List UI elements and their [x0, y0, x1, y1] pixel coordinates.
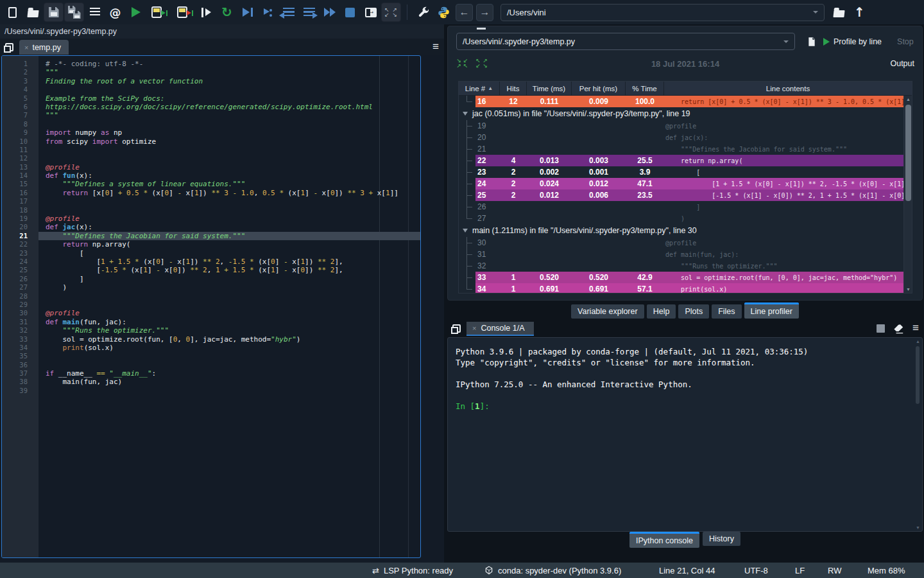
scroll-up-icon[interactable]: ▲ [906, 97, 911, 101]
code-editor[interactable]: 1# -*- coding: utf-8 -*-2"""3Finding the… [1, 55, 421, 558]
code-line[interactable]: 1# -*- coding: utf-8 -*- [2, 60, 420, 68]
profiler-row[interactable]: 2240.0130.00325.5 return np.array( [459, 155, 912, 166]
profiler-row[interactable]: 3310.5200.52042.9 sol = optimize.root(fu… [459, 272, 912, 283]
profiler-row[interactable]: 30@profile [459, 237, 912, 249]
profiler-row[interactable]: 19@profile [459, 120, 912, 132]
python-environment-button[interactable] [434, 3, 454, 22]
code-line[interactable]: 16 return [x[0] + 0.5 * (x[0] - x[1]) **… [2, 189, 420, 197]
code-line[interactable]: 8 [2, 120, 420, 128]
code-line[interactable]: 10from scipy import optimize [2, 137, 420, 146]
rerun-last-script-button[interactable] [217, 3, 237, 22]
close-tab-icon[interactable]: × [472, 324, 476, 332]
tab-files[interactable]: Files [712, 304, 741, 319]
profiler-row[interactable]: 16120.1110.009100.0 return [x[0] + 0.5 *… [459, 96, 912, 107]
code-line[interactable]: 14def fun(x): [2, 171, 420, 180]
continue-execution-button[interactable] [320, 3, 339, 22]
code-line[interactable]: 29 [2, 301, 420, 309]
open-directory-button[interactable] [829, 3, 849, 22]
column-header[interactable]: Time (ms) [527, 82, 572, 95]
profiler-row[interactable]: 20def jac(x): [459, 132, 912, 143]
code-line[interactable]: 27 ) [2, 283, 420, 292]
forward-button[interactable]: → [476, 4, 493, 21]
profiler-row[interactable]: 2320.0020.0013.9 [ [459, 166, 912, 178]
code-line[interactable]: 35 [2, 352, 420, 360]
interrupt-kernel-icon[interactable] [877, 324, 885, 333]
code-line[interactable]: 4 [2, 85, 420, 94]
scrollbar-thumb[interactable] [916, 346, 920, 404]
browse-tabs-button[interactable] [2, 40, 16, 54]
code-line[interactable]: 6https://docs.scipy.org/doc/scipy/refere… [2, 103, 420, 111]
rerun-cell-button[interactable] [172, 3, 192, 22]
code-line[interactable]: 32 """Runs the optimizer.""" [2, 326, 420, 335]
scroll-down-icon[interactable]: ▼ [906, 287, 911, 292]
profiler-stop-button[interactable]: Stop [897, 37, 914, 46]
save-all-button[interactable] [64, 3, 84, 22]
column-header[interactable]: Per hit (ms) [572, 82, 626, 95]
code-line[interactable]: 18 [2, 206, 420, 215]
editor-options-menu-button[interactable]: ≡ [432, 40, 439, 53]
clear-console-icon[interactable] [893, 323, 904, 334]
code-line[interactable]: 7""" [2, 111, 420, 119]
run-file-button[interactable] [126, 3, 146, 22]
profiler-file-combobox[interactable]: /Users/vini/.spyder-py3/temp.py [456, 33, 795, 50]
code-line[interactable]: 17 [2, 197, 420, 206]
profiler-row[interactable]: 31def main(fun, jac): [459, 249, 912, 260]
stop-debug-button[interactable] [340, 3, 360, 22]
profiler-row[interactable]: 26 ] [459, 201, 912, 213]
maximize-pane-button[interactable] [381, 3, 401, 22]
code-line[interactable]: 36 [2, 361, 420, 369]
code-line[interactable]: 12 [2, 154, 420, 162]
code-line[interactable]: 39 [2, 387, 420, 395]
profiler-row[interactable]: 2520.0120.00623.5 [-1.5 * (x[1] - x[0]) … [459, 189, 912, 201]
dock-handle[interactable] [477, 28, 486, 30]
tab-plots[interactable]: Plots [678, 304, 709, 319]
close-tab-icon[interactable]: × [24, 44, 28, 51]
chevron-down-icon[interactable] [813, 11, 818, 13]
code-line[interactable]: 26 ] [2, 275, 420, 283]
profiler-scrollbar[interactable]: ▲ ▼ [903, 96, 912, 293]
file-switcher-button[interactable] [85, 3, 105, 22]
code-line[interactable]: 11 [2, 146, 420, 154]
code-line[interactable]: 9import numpy as np [2, 128, 420, 137]
ipython-console[interactable]: Python 3.9.6 | packaged by conda-forge |… [447, 337, 923, 532]
code-line[interactable]: 30@profile [2, 309, 420, 317]
collapse-triangle-icon[interactable] [463, 112, 468, 116]
run-selection-button[interactable] [196, 3, 216, 22]
save-button[interactable] [44, 3, 64, 22]
profiler-section-row[interactable]: main (1.211ms) in file "/Users/vini/.spy… [459, 224, 912, 237]
profiler-row[interactable]: 27 ) [459, 213, 912, 224]
code-line[interactable]: 33 sol = optimize.root(fun, [0, 0], jac=… [2, 335, 420, 344]
tab-help[interactable]: Help [647, 304, 676, 319]
scrollbar-thumb[interactable] [905, 105, 911, 201]
console-options-menu-button[interactable]: ≡ [912, 322, 919, 335]
code-line[interactable]: 19@profile [2, 215, 420, 223]
code-line[interactable]: 25 [-1.5 * (x[1] - x[0]) ** 2, 1 + 1.5 *… [2, 266, 420, 274]
debug-cell-button[interactable] [258, 3, 278, 22]
tab-variable-explorer[interactable]: Variable explorer [571, 304, 644, 319]
scroll-down-icon[interactable]: ▼ [916, 525, 920, 530]
code-line[interactable]: 13@profile [2, 163, 420, 171]
tab-ipython-console[interactable]: IPython console [629, 532, 699, 548]
code-line[interactable]: 24 [1 + 1.5 * (x[0] - x[1]) ** 2, -1.5 *… [2, 258, 420, 266]
collapse-triangle-icon[interactable] [463, 229, 468, 232]
tab-temp-py[interactable]: × temp.py [19, 40, 69, 55]
tab-history[interactable]: History [703, 532, 740, 546]
console-scrollbar[interactable]: ▲ ▼ [914, 338, 921, 530]
column-header[interactable]: Line #▲ [459, 82, 500, 95]
report-file-icon[interactable] [807, 37, 817, 47]
code-line[interactable]: 21 """Defines the Jacobian for said syst… [2, 232, 420, 240]
find-symbols-button[interactable] [105, 3, 125, 22]
open-file-button[interactable] [23, 3, 43, 22]
profiler-row[interactable]: 3410.6910.69157.1 print(sol.x) [459, 283, 912, 293]
column-header[interactable]: Line contents [664, 82, 912, 95]
column-header[interactable]: % Time [626, 82, 664, 95]
preferences-button[interactable] [413, 3, 433, 22]
debug-file-button[interactable] [237, 3, 257, 22]
code-line[interactable]: 3Finding the root of a vector function [2, 77, 420, 85]
chevron-down-icon[interactable] [783, 40, 789, 43]
profiler-row[interactable]: 32 """Runs the optimizer.""" [459, 260, 912, 272]
tab-line-profiler[interactable]: Line profiler [744, 302, 799, 319]
tab-console-1a[interactable]: × Console 1/A [466, 322, 534, 336]
profiler-section-row[interactable]: jac (0.051ms) in file "/Users/vini/.spyd… [459, 107, 912, 120]
external-window-button[interactable] [361, 3, 381, 22]
